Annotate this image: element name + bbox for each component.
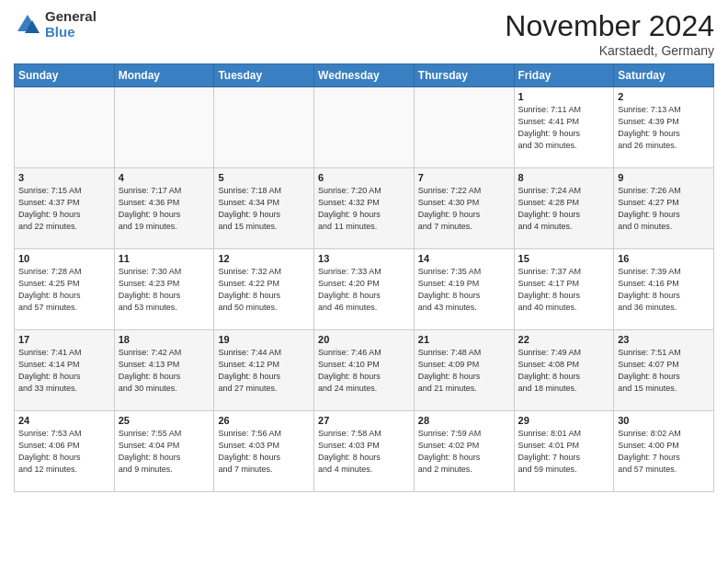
calendar-cell	[15, 87, 115, 168]
calendar-cell: 4Sunrise: 7:17 AM Sunset: 4:36 PM Daylig…	[114, 168, 214, 249]
day-number: 28	[418, 415, 510, 426]
day-info: Sunrise: 7:20 AM Sunset: 4:32 PM Dayligh…	[318, 185, 410, 233]
title-block: November 2024 Karstaedt, Germany	[505, 9, 714, 58]
logo-general-text: General	[45, 9, 97, 25]
calendar-cell: 12Sunrise: 7:32 AM Sunset: 4:22 PM Dayli…	[214, 249, 314, 330]
calendar-cell: 24Sunrise: 7:53 AM Sunset: 4:06 PM Dayli…	[15, 411, 115, 492]
day-number: 29	[518, 415, 610, 426]
day-number: 10	[18, 253, 110, 264]
day-number: 26	[218, 415, 310, 426]
day-info: Sunrise: 7:44 AM Sunset: 4:12 PM Dayligh…	[218, 347, 310, 395]
month-title: November 2024	[505, 9, 714, 43]
day-info: Sunrise: 7:30 AM Sunset: 4:23 PM Dayligh…	[119, 266, 210, 314]
day-info: Sunrise: 7:17 AM Sunset: 4:36 PM Dayligh…	[119, 185, 210, 233]
day-info: Sunrise: 7:35 AM Sunset: 4:19 PM Dayligh…	[418, 266, 510, 314]
calendar-header-row: SundayMondayTuesdayWednesdayThursdayFrid…	[15, 64, 714, 87]
calendar-table: SundayMondayTuesdayWednesdayThursdayFrid…	[14, 63, 714, 492]
day-number: 18	[119, 334, 210, 345]
calendar-cell	[414, 87, 514, 168]
weekday-header-wednesday: Wednesday	[314, 64, 415, 87]
calendar-cell: 29Sunrise: 8:01 AM Sunset: 4:01 PM Dayli…	[514, 411, 614, 492]
calendar-week-3: 10Sunrise: 7:28 AM Sunset: 4:25 PM Dayli…	[15, 249, 714, 330]
day-info: Sunrise: 7:13 AM Sunset: 4:39 PM Dayligh…	[618, 104, 710, 152]
calendar-week-4: 17Sunrise: 7:41 AM Sunset: 4:14 PM Dayli…	[15, 330, 714, 411]
logo-icon	[14, 11, 41, 39]
calendar-cell: 28Sunrise: 7:59 AM Sunset: 4:02 PM Dayli…	[414, 411, 514, 492]
day-number: 15	[518, 253, 610, 264]
day-info: Sunrise: 7:51 AM Sunset: 4:07 PM Dayligh…	[618, 347, 710, 395]
day-number: 30	[618, 415, 710, 426]
calendar-cell: 14Sunrise: 7:35 AM Sunset: 4:19 PM Dayli…	[414, 249, 514, 330]
day-info: Sunrise: 7:22 AM Sunset: 4:30 PM Dayligh…	[418, 185, 510, 233]
day-number: 20	[318, 334, 410, 345]
calendar-cell: 2Sunrise: 7:13 AM Sunset: 4:39 PM Daylig…	[614, 87, 714, 168]
calendar-week-5: 24Sunrise: 7:53 AM Sunset: 4:06 PM Dayli…	[15, 411, 714, 492]
calendar-cell: 1Sunrise: 7:11 AM Sunset: 4:41 PM Daylig…	[514, 87, 614, 168]
day-number: 16	[618, 253, 710, 264]
day-info: Sunrise: 7:33 AM Sunset: 4:20 PM Dayligh…	[318, 266, 410, 314]
day-info: Sunrise: 8:02 AM Sunset: 4:00 PM Dayligh…	[618, 428, 710, 476]
day-number: 8	[518, 172, 610, 183]
day-info: Sunrise: 7:59 AM Sunset: 4:02 PM Dayligh…	[418, 428, 510, 476]
day-number: 22	[518, 334, 610, 345]
calendar-cell: 15Sunrise: 7:37 AM Sunset: 4:17 PM Dayli…	[514, 249, 614, 330]
day-info: Sunrise: 7:42 AM Sunset: 4:13 PM Dayligh…	[119, 347, 210, 395]
weekday-header-saturday: Saturday	[614, 64, 714, 87]
day-number: 5	[218, 172, 310, 183]
calendar-cell: 27Sunrise: 7:58 AM Sunset: 4:03 PM Dayli…	[314, 411, 415, 492]
day-number: 1	[518, 91, 610, 102]
calendar-cell: 11Sunrise: 7:30 AM Sunset: 4:23 PM Dayli…	[114, 249, 214, 330]
page: General Blue November 2024 Karstaedt, Ge…	[0, 0, 728, 563]
calendar-cell: 17Sunrise: 7:41 AM Sunset: 4:14 PM Dayli…	[15, 330, 115, 411]
day-info: Sunrise: 7:37 AM Sunset: 4:17 PM Dayligh…	[518, 266, 610, 314]
calendar-cell	[314, 87, 415, 168]
day-info: Sunrise: 7:28 AM Sunset: 4:25 PM Dayligh…	[18, 266, 110, 314]
day-number: 4	[119, 172, 210, 183]
calendar-cell: 22Sunrise: 7:49 AM Sunset: 4:08 PM Dayli…	[514, 330, 614, 411]
day-info: Sunrise: 7:24 AM Sunset: 4:28 PM Dayligh…	[518, 185, 610, 233]
day-number: 19	[218, 334, 310, 345]
day-info: Sunrise: 7:41 AM Sunset: 4:14 PM Dayligh…	[18, 347, 110, 395]
calendar-cell: 10Sunrise: 7:28 AM Sunset: 4:25 PM Dayli…	[15, 249, 115, 330]
day-info: Sunrise: 7:46 AM Sunset: 4:10 PM Dayligh…	[318, 347, 410, 395]
day-info: Sunrise: 7:11 AM Sunset: 4:41 PM Dayligh…	[518, 104, 610, 152]
day-number: 12	[218, 253, 310, 264]
calendar-cell: 26Sunrise: 7:56 AM Sunset: 4:03 PM Dayli…	[214, 411, 314, 492]
logo-text: General Blue	[45, 9, 97, 40]
day-number: 23	[618, 334, 710, 345]
day-number: 9	[618, 172, 710, 183]
calendar-week-2: 3Sunrise: 7:15 AM Sunset: 4:37 PM Daylig…	[15, 168, 714, 249]
calendar-cell: 25Sunrise: 7:55 AM Sunset: 4:04 PM Dayli…	[114, 411, 214, 492]
day-number: 17	[18, 334, 110, 345]
calendar-cell: 20Sunrise: 7:46 AM Sunset: 4:10 PM Dayli…	[314, 330, 415, 411]
calendar-cell: 16Sunrise: 7:39 AM Sunset: 4:16 PM Dayli…	[614, 249, 714, 330]
weekday-header-friday: Friday	[514, 64, 614, 87]
day-info: Sunrise: 7:15 AM Sunset: 4:37 PM Dayligh…	[18, 185, 110, 233]
day-number: 13	[318, 253, 410, 264]
day-info: Sunrise: 8:01 AM Sunset: 4:01 PM Dayligh…	[518, 428, 610, 476]
calendar-cell	[214, 87, 314, 168]
day-number: 24	[18, 415, 110, 426]
day-number: 27	[318, 415, 410, 426]
calendar-cell: 6Sunrise: 7:20 AM Sunset: 4:32 PM Daylig…	[314, 168, 415, 249]
day-number: 11	[119, 253, 210, 264]
day-info: Sunrise: 7:55 AM Sunset: 4:04 PM Dayligh…	[119, 428, 210, 476]
weekday-header-sunday: Sunday	[15, 64, 115, 87]
calendar-cell: 9Sunrise: 7:26 AM Sunset: 4:27 PM Daylig…	[614, 168, 714, 249]
day-number: 6	[318, 172, 410, 183]
day-number: 3	[18, 172, 110, 183]
calendar-cell: 5Sunrise: 7:18 AM Sunset: 4:34 PM Daylig…	[214, 168, 314, 249]
weekday-header-monday: Monday	[114, 64, 214, 87]
calendar-cell: 21Sunrise: 7:48 AM Sunset: 4:09 PM Dayli…	[414, 330, 514, 411]
calendar-cell	[114, 87, 214, 168]
header: General Blue November 2024 Karstaedt, Ge…	[14, 9, 714, 58]
day-info: Sunrise: 7:58 AM Sunset: 4:03 PM Dayligh…	[318, 428, 410, 476]
weekday-header-tuesday: Tuesday	[214, 64, 314, 87]
day-number: 21	[418, 334, 510, 345]
day-info: Sunrise: 7:32 AM Sunset: 4:22 PM Dayligh…	[218, 266, 310, 314]
calendar-cell: 19Sunrise: 7:44 AM Sunset: 4:12 PM Dayli…	[214, 330, 314, 411]
logo: General Blue	[14, 9, 97, 40]
calendar-cell: 30Sunrise: 8:02 AM Sunset: 4:00 PM Dayli…	[614, 411, 714, 492]
day-info: Sunrise: 7:18 AM Sunset: 4:34 PM Dayligh…	[218, 185, 310, 233]
day-info: Sunrise: 7:26 AM Sunset: 4:27 PM Dayligh…	[618, 185, 710, 233]
